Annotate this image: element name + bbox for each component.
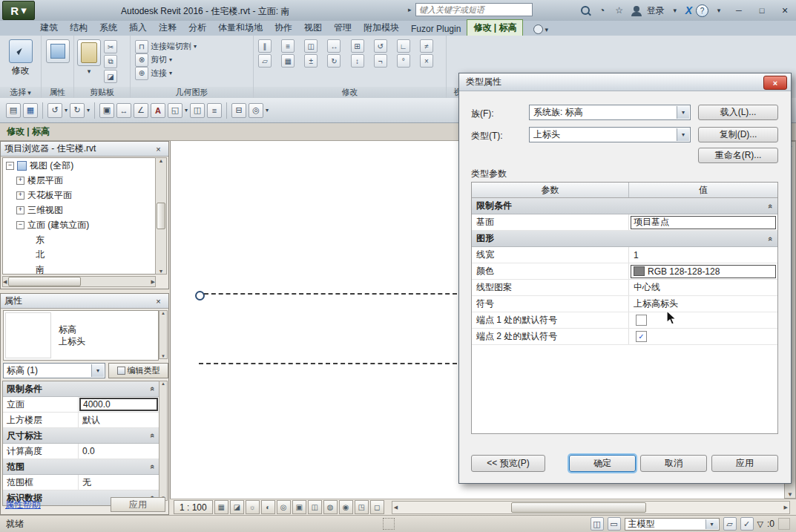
scale-icon[interactable]: ± [304, 54, 318, 68]
help-icon[interactable] [696, 4, 708, 17]
rendering-icon[interactable]: ◎ [277, 500, 291, 514]
3d-view-dropdown-icon[interactable] [185, 107, 188, 114]
qat-customize-icon[interactable] [266, 107, 269, 114]
move-icon[interactable]: ↔ [327, 39, 341, 53]
tab-modify-level[interactable]: 修改 | 标高 [467, 19, 523, 36]
filter-funnel-icon[interactable]: ▽ [757, 519, 763, 529]
param-group-row[interactable]: 图形« [472, 231, 777, 247]
rotate-icon[interactable]: ↺ [374, 39, 387, 53]
type-selector-caret-icon[interactable] [91, 364, 104, 377]
tab-addins[interactable]: 附加模块 [358, 20, 405, 36]
close-button[interactable] [775, 3, 795, 18]
properties-scrollbar[interactable] [159, 381, 168, 501]
endpoint2-checkbox[interactable] [636, 331, 647, 342]
crop-region-visibility-icon[interactable]: ◫ [308, 500, 322, 514]
editable-only-icon[interactable]: ✓ [740, 517, 754, 531]
undo-dropdown-icon[interactable] [65, 107, 68, 114]
property-row[interactable]: 计算高度0.0 [3, 444, 159, 459]
redo-dropdown-icon[interactable] [87, 107, 90, 114]
rename-button[interactable]: 重命名(R)... [698, 148, 778, 163]
tab-insert[interactable]: 插入 [123, 20, 153, 36]
param-row[interactable]: 基面 项目基点 [472, 214, 777, 231]
properties-apply-button[interactable]: 应用 [111, 497, 165, 512]
modify-tool-button[interactable]: 修改 [0, 36, 41, 77]
visual-style-icon[interactable]: ◪ [230, 500, 244, 514]
section-icon[interactable] [190, 103, 205, 118]
tree-item-east[interactable]: 东 [3, 232, 155, 247]
edit-type-button[interactable]: 编辑类型 [108, 363, 168, 378]
endpoint1-checkbox[interactable] [636, 315, 647, 326]
param-row[interactable]: 线宽 1 [472, 247, 777, 263]
family-caret-icon[interactable] [677, 106, 689, 119]
property-row[interactable]: 范围框无 [3, 475, 159, 490]
color-value-field[interactable]: RGB 128-128-128 [631, 265, 776, 278]
group-collapse-icon[interactable]: « [148, 387, 157, 391]
type-caret-icon[interactable] [677, 128, 689, 141]
exclude-options-icon[interactable]: ▱ [723, 517, 737, 531]
cut-icon[interactable]: ✂ [104, 40, 117, 53]
project-browser-tree[interactable]: −视图 (全部) +楼层平面 +天花板平面 +三维视图 −立面 (建筑立面) 东… [2, 157, 156, 275]
tree-item-north[interactable]: 北 [3, 247, 155, 262]
pin-icon[interactable]: ¬ [374, 54, 387, 68]
group-collapse-icon[interactable]: « [766, 236, 775, 240]
dialog-titlebar[interactable]: 类型属性 [459, 73, 791, 91]
group-collapse-icon[interactable]: « [148, 464, 157, 469]
base-value-field[interactable]: 项目基点 [631, 216, 776, 229]
elevation-value-field[interactable]: 4000.0 [79, 398, 158, 411]
measure-icon[interactable] [116, 103, 131, 118]
favorites-star-icon[interactable] [613, 4, 626, 17]
scroll-down-icon[interactable] [787, 491, 793, 498]
temporary-view-properties-icon[interactable]: ◳ [355, 500, 369, 514]
panel-properties-label[interactable]: 属性 [42, 87, 73, 98]
trim-icon[interactable]: ∟ [397, 39, 410, 53]
search-expand-icon[interactable]: ▸ [408, 6, 412, 13]
param-row[interactable]: 符号 上标高标头 [472, 296, 777, 312]
tree-item-3d-views[interactable]: +三维视图 [3, 203, 155, 217]
temporary-hide-isolate-icon[interactable]: ◍ [323, 500, 338, 514]
tab-systems[interactable]: 系统 [93, 20, 123, 36]
sign-in-caret-icon[interactable] [668, 4, 682, 17]
scrollbar-thumb[interactable] [511, 502, 646, 513]
preview-scrollbar[interactable] [159, 310, 168, 359]
cut-geometry-button[interactable]: ⊗剪切 [135, 53, 249, 66]
tab-massing-site[interactable]: 体量和场地 [212, 20, 269, 36]
param-row[interactable]: 颜色 RGB 128-128-128 [472, 263, 777, 280]
design-option-dropdown[interactable]: 主模型 [625, 518, 720, 531]
canvas-horizontal-scrollbar[interactable] [392, 501, 790, 514]
browser-vertical-scrollbar[interactable] [155, 157, 167, 275]
properties-close-icon[interactable] [152, 296, 165, 306]
paste-button[interactable] [77, 39, 101, 83]
cancel-button[interactable]: 取消 [640, 455, 707, 472]
analytical-model-icon[interactable]: ◻ [370, 500, 384, 514]
close-hidden-windows-icon[interactable]: ⊟ [231, 103, 246, 118]
properties-toggle-button[interactable] [42, 36, 73, 63]
tree-item-views[interactable]: −视图 (全部) [3, 158, 155, 173]
rotate2-icon[interactable]: ↻ [327, 54, 341, 68]
split-icon[interactable]: ≠ [420, 39, 433, 53]
apply-button[interactable]: 应用 [711, 455, 778, 472]
mirror-pick-icon[interactable]: ▱ [258, 54, 272, 68]
copy-element-icon[interactable]: ⊞ [351, 39, 364, 53]
copy-icon[interactable]: ⧉ [104, 55, 117, 68]
undo-icon[interactable] [47, 103, 62, 118]
crop-view-icon[interactable]: ▣ [292, 500, 306, 514]
scroll-right-icon[interactable] [784, 505, 789, 510]
sun-path-icon[interactable]: ☼ [246, 500, 260, 514]
property-row[interactable]: 上方楼层默认 [3, 413, 159, 428]
group-collapse-icon[interactable]: « [148, 433, 157, 438]
group-collapse-icon[interactable]: « [766, 203, 775, 208]
scrollbar-thumb[interactable] [157, 203, 165, 229]
param-row[interactable]: 端点 2 处的默认符号 [472, 329, 777, 345]
save-icon[interactable] [23, 103, 38, 118]
extend-icon[interactable]: ↕ [351, 54, 364, 68]
communication-center-icon[interactable]: ◔ [596, 4, 609, 17]
ribbon-display-toggle[interactable] [533, 24, 548, 36]
open-file-icon[interactable] [6, 103, 21, 118]
level-line-1[interactable] [204, 293, 457, 295]
revit-app-menu-button[interactable]: R [2, 1, 35, 20]
property-group-row[interactable]: 限制条件« [3, 381, 159, 397]
collapse-icon[interactable]: − [6, 162, 14, 170]
property-group-row[interactable]: 尺寸标注« [3, 428, 159, 444]
collapse-icon[interactable]: − [16, 221, 24, 229]
tab-manage[interactable]: 管理 [328, 20, 358, 36]
